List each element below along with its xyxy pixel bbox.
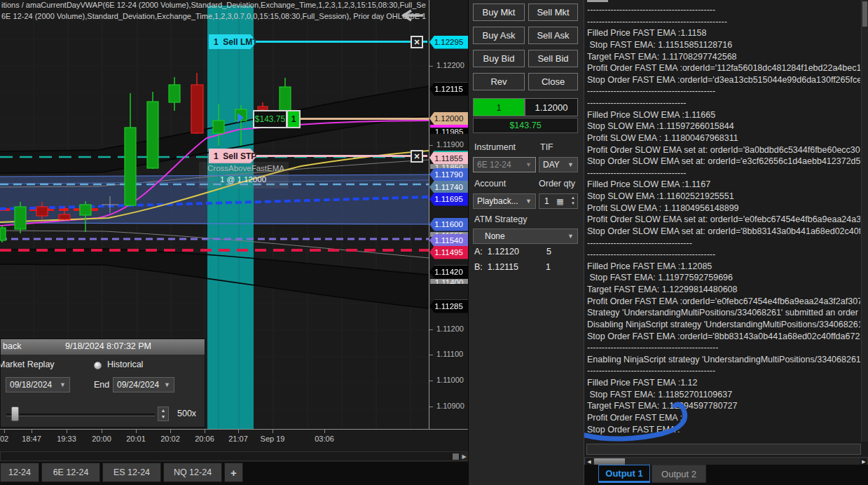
- position-pnl: $143.75: [473, 118, 578, 133]
- ask-quote-row: A: 1.12120 5: [474, 247, 551, 257]
- atm-strategy-dropdown[interactable]: None▼: [473, 228, 578, 244]
- output-vertical-scrollbar[interactable]: [861, 0, 868, 442]
- time-tick-mark: [324, 430, 325, 433]
- bid-price: 1.12115: [488, 262, 518, 272]
- price-tag: 1.11540: [429, 234, 468, 247]
- chart-scroll-right-arrow-icon[interactable]: ▶: [460, 453, 468, 460]
- speed-slider-thumb[interactable]: [11, 407, 19, 421]
- ninjascript-output-window: ----------------------------------------…: [584, 0, 868, 485]
- account-dropdown[interactable]: Playback...▼: [473, 193, 536, 209]
- cancel-sell-limit-button[interactable]: ✕: [411, 36, 423, 48]
- chevron-down-icon: ▼: [525, 198, 532, 205]
- price-axis[interactable]: 1.122001.119001.112001.111001.110001.109…: [429, 0, 468, 429]
- time-tick-label: 21:07: [228, 435, 248, 443]
- output-log-line: Profit SLOW EMA : 1.11800467968311: [587, 132, 860, 144]
- sell-mkt-button[interactable]: Sell Mkt: [528, 4, 578, 21]
- historical-radio[interactable]: [94, 362, 102, 369]
- playback-timestamp: 9/18/2024 8:07:32 PM: [65, 341, 151, 351]
- close-button[interactable]: Close: [528, 73, 578, 90]
- end-date-label: End: [94, 380, 109, 390]
- output-vscroll-thumb[interactable]: [862, 1, 867, 27]
- chart-horizontal-scrollbar[interactable]: ▶: [0, 451, 468, 461]
- output-log-line: ----------------------------------: [587, 168, 860, 179]
- price-tick-label: 1.12200: [436, 61, 464, 69]
- sell-limit-order-tag[interactable]: 1 Sell LMT: [209, 34, 257, 49]
- instrument-tab[interactable]: 12-24: [0, 463, 39, 482]
- chart-header-line2: 6E 12-24 (2000 Volume),Standard_Deviatio…: [1, 12, 426, 22]
- order-entry-panel: Buy Mkt Sell Mkt Buy Ask Sell Ask Buy Bi…: [468, 0, 584, 485]
- buy-bid-button[interactable]: Buy Bid: [473, 50, 525, 67]
- output-log[interactable]: ----------------------------------------…: [587, 4, 860, 440]
- ask-size: 5: [546, 247, 551, 257]
- output-filter-input[interactable]: [586, 444, 861, 455]
- output-log-line: Filled Price SLOW EMA :1.11665: [587, 109, 860, 121]
- output-log-line: Stop SLOW EMA :1.11602521925551: [587, 191, 860, 203]
- output-log-line: Profit Order SLOW EMA set at: orderId='8…: [587, 144, 860, 156]
- sell-ask-button[interactable]: Sell Ask: [528, 27, 578, 44]
- output-log-line: Profit Order SLOW EMA set at: orderId='e…: [587, 214, 860, 226]
- price-tag: 1.11855: [429, 151, 468, 165]
- buy-ask-button[interactable]: Buy Ask: [473, 27, 525, 44]
- price-tag: 1.12295: [429, 36, 468, 49]
- buy-mkt-button[interactable]: Buy Mkt: [473, 4, 525, 21]
- sell-stop-order-line[interactable]: [256, 155, 427, 157]
- output-log-line: ----------------------------------------…: [587, 86, 860, 97]
- chevron-down-icon: ▼: [567, 233, 574, 240]
- strategy-position-label: 1 @ 1.12000: [220, 175, 266, 184]
- sell-bid-button[interactable]: Sell Bid: [528, 50, 578, 67]
- price-tick-label: 1.11000: [436, 376, 464, 384]
- price-tag: 1.11495: [429, 246, 468, 259]
- price-tag: 1.11600: [429, 218, 468, 231]
- output-log-line: Stop FAST EMA: 1.11852701109637: [587, 389, 860, 401]
- cancel-sell-stop-button[interactable]: ✕: [411, 150, 423, 163]
- scroll-back-arrow-icon[interactable]: [397, 8, 426, 25]
- price-tag-sliver: [430, 125, 468, 128]
- output-log-line: Stop FAST EMA: 1.11515851128716: [587, 39, 860, 51]
- end-date-dropdown[interactable]: 09/24/2024▼: [113, 377, 174, 392]
- output-log-line: Filled Price FAST EMA :1.12: [587, 377, 860, 389]
- playback-title: back: [3, 341, 21, 351]
- instrument-tab[interactable]: NQ 12-24: [163, 463, 222, 482]
- market-replay-label[interactable]: Market Replay: [0, 360, 55, 369]
- sell-stop-order-tag[interactable]: 1 Sell STP: [209, 149, 257, 163]
- hscroll-left-arrow-icon[interactable]: ◀: [586, 458, 593, 465]
- price-tag-sliver: 1.11400: [430, 279, 468, 284]
- start-date-dropdown[interactable]: 09/18/2024▼: [6, 377, 70, 392]
- price-tick-mark: [429, 355, 433, 355]
- instrument-dropdown[interactable]: 6E 12-24▼: [473, 157, 536, 172]
- atm-strategy-label: ATM Strategy: [474, 214, 527, 224]
- output-log-line: Stop FAST EMA: 1.11977592759696: [587, 272, 860, 284]
- price-tick-mark: [429, 145, 433, 146]
- historical-label[interactable]: Historical: [107, 360, 143, 369]
- time-tick-mark: [102, 430, 102, 433]
- order-qty-stepper[interactable]: 1 ▦ ▲▼: [539, 193, 578, 209]
- reverse-button[interactable]: Rev: [473, 73, 525, 90]
- time-tick-label: 20:00: [92, 435, 111, 443]
- order-qty-value: 1: [542, 196, 549, 206]
- tab-output-1[interactable]: Output 1: [598, 465, 650, 483]
- tif-dropdown[interactable]: DAY▼: [539, 157, 578, 172]
- output-log-line: Strategy 'UnderstandingMultiPositions/33…: [587, 307, 860, 319]
- tab-output-2[interactable]: Output 2: [652, 465, 706, 483]
- speed-stepper[interactable]: ▲▼: [158, 407, 169, 421]
- hscroll-right-arrow-icon[interactable]: ▶: [860, 458, 867, 465]
- add-tab-button[interactable]: +: [224, 463, 243, 482]
- start-date-value: 09/18/2024: [10, 380, 52, 390]
- speed-slider-track[interactable]: [6, 414, 155, 416]
- time-tick-mark: [136, 430, 137, 433]
- price-tick-mark: [429, 329, 433, 330]
- qty-spinner-icon[interactable]: ▲▼: [571, 196, 575, 207]
- output-log-line: Target FAST EMA: 1.12299814480608: [587, 284, 860, 296]
- blue-annotation-mark: [584, 401, 703, 443]
- instrument-tab[interactable]: 6E 12-24: [41, 463, 100, 482]
- chart-scroll-thumb[interactable]: [453, 453, 459, 460]
- instrument-tab[interactable]: ES 12-24: [102, 463, 161, 482]
- strategy-name-label: CrossAboveFastEMA: [207, 164, 284, 172]
- price-tag-sliver: 1.11985: [430, 128, 468, 134]
- end-date-value: 09/24/2024: [117, 380, 159, 390]
- output-log-line: Profit Order FAST EMA :orderId='e0febc67…: [587, 296, 860, 308]
- price-tag: 1.11285: [429, 300, 468, 313]
- calculator-icon[interactable]: ▦: [556, 197, 563, 206]
- output-hscroll-thumb[interactable]: [594, 458, 625, 465]
- sell-limit-order-line[interactable]: [256, 41, 427, 43]
